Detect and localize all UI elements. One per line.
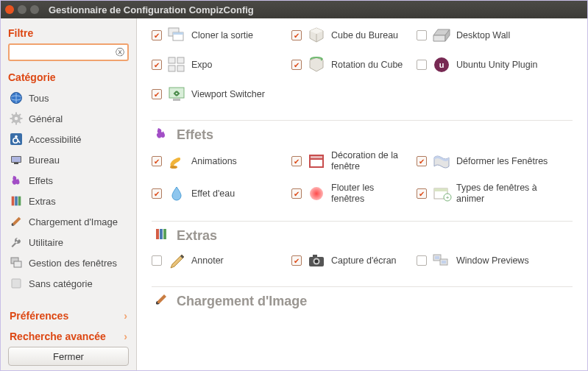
plugin-checkbox[interactable]: ✔ [417,156,427,166]
plugin-checkbox[interactable]: ✔ [152,89,162,99]
plugin-item[interactable]: ✔Effet d'eau [152,183,284,205]
books-icon [10,194,23,208]
plugin-label: Effet d'eau [191,188,235,199]
titlebar: Gestionnaire de Configuration CompizConf… [1,1,587,18]
advanced-search-link[interactable]: Recherche avancée › [8,326,129,347]
pencil-icon [166,251,187,270]
plugin-item[interactable]: ✔Capture d'écran [291,251,409,270]
lamp-icon [166,152,187,171]
category-item[interactable]: Gestion des fenêtres [8,252,129,273]
svg-rect-45 [160,229,163,239]
section-header: Chargement d'Image [152,290,573,309]
category-item[interactable]: Bureau [8,149,129,170]
preferences-link[interactable]: Préférences › [8,305,129,326]
addon-icon: + [431,184,452,203]
svg-rect-34 [169,88,184,98]
plugin-item[interactable]: Window Previews [417,251,549,270]
plugin-checkbox[interactable] [417,30,427,40]
category-item[interactable]: Chargement d'Image [8,211,129,232]
plugin-item[interactable]: ✔Déformer les Fenêtres [417,150,549,172]
viewport-icon [166,85,187,104]
category-label: Accessibilité [29,134,82,145]
plugin-label: Cloner la sortie [191,30,253,41]
plugin-label: Animations [191,156,237,167]
plugin-item[interactable]: uUbuntu Unity Plugin [417,55,549,74]
filter-heading: Filtre [8,27,129,39]
category-item[interactable]: Utilitaire [8,232,129,252]
category-label: Sans catégorie [29,278,93,289]
plugin-item[interactable]: ✔Cube du Bureau [291,26,409,45]
plugin-item[interactable]: Desktop Wall [417,26,549,45]
svg-rect-54 [442,261,446,264]
wobble-icon [431,152,452,171]
category-label: Chargement d'Image [29,216,118,227]
chevron-right-icon: › [124,310,127,322]
svg-point-50 [315,260,319,264]
plugin-checkbox[interactable]: ✔ [152,30,162,40]
category-item[interactable]: Extras [8,191,129,211]
plugin-checkbox[interactable]: ✔ [291,30,302,40]
plugin-label: Expo [191,60,213,71]
plugin-checkbox[interactable]: ✔ [291,60,302,70]
plugin-checkbox[interactable] [417,255,427,266]
plugin-checkbox[interactable]: ✔ [291,188,302,199]
plugin-checkbox[interactable] [417,60,427,70]
svg-point-36 [170,166,177,169]
category-item[interactable]: Effets [8,170,129,191]
svg-rect-48 [313,255,317,258]
svg-rect-24 [12,279,21,288]
plugin-item[interactable]: ✔Cloner la sortie [152,26,284,45]
svg-rect-5 [15,113,17,116]
chevron-right-icon: › [124,331,127,342]
svg-rect-17 [12,157,21,162]
plugin-checkbox[interactable]: ✔ [152,188,162,199]
plugin-item[interactable]: ✔+Types de fenêtres à animer [417,183,549,205]
plugin-item[interactable]: ✔Décoration de la fenêtre [291,150,409,172]
plugin-checkbox[interactable]: ✔ [291,255,302,266]
svg-text:+: + [446,194,450,201]
category-label: Tous [29,93,49,104]
gear-icon [10,112,23,125]
category-label: Extras [29,196,56,207]
plugin-item[interactable]: ✔Flouter les fenêtres [291,183,409,205]
plugin-checkbox[interactable]: ✔ [152,60,162,70]
section-title: Extras [177,228,217,244]
category-label: Bureau [29,155,60,166]
category-item[interactable]: Tous [8,88,129,108]
sidebar: Filtre ⓧ Catégorie TousGénéralAccessibil… [1,18,137,370]
decor-icon [306,152,327,171]
svg-rect-20 [15,197,18,206]
plugin-checkbox[interactable]: ✔ [291,156,302,166]
category-item[interactable]: Sans catégorie [8,273,129,294]
brush-icon [10,215,23,228]
category-label: Utilitaire [29,237,63,248]
section-title: Chargement d'Image [177,294,307,309]
category-item[interactable]: Général [8,108,129,129]
plugin-item[interactable]: ✔Rotation du Cube [291,55,409,74]
plugin-item[interactable]: ✔Viewport Switcher [152,85,284,104]
svg-rect-38 [310,155,323,159]
svg-rect-35 [173,99,180,101]
svg-rect-29 [177,57,184,63]
clear-filter-icon[interactable]: ⓧ [116,46,124,59]
plugin-item[interactable]: ✔Expo [152,55,284,74]
window-close-button[interactable] [5,5,14,14]
plugin-label: Annoter [191,255,224,266]
rotate-icon [306,55,327,74]
close-button[interactable]: Fermer [8,347,129,366]
plugin-checkbox[interactable]: ✔ [152,156,162,166]
window-maximize-button[interactable] [30,5,39,14]
preview-icon [431,251,452,270]
section-header: Extras [152,225,573,244]
category-item[interactable]: Accessibilité [8,129,129,149]
plugin-item[interactable]: ✔Animations [152,150,284,172]
water-icon [166,184,187,203]
window-minimize-button[interactable] [18,5,26,14]
svg-rect-31 [177,66,184,71]
plugin-item[interactable]: Annoter [152,251,284,270]
svg-rect-41 [434,188,447,191]
plugin-checkbox[interactable]: ✔ [417,188,427,199]
section-title: Effets [177,127,213,143]
plugin-checkbox[interactable] [152,255,162,266]
filter-input[interactable] [8,43,129,61]
